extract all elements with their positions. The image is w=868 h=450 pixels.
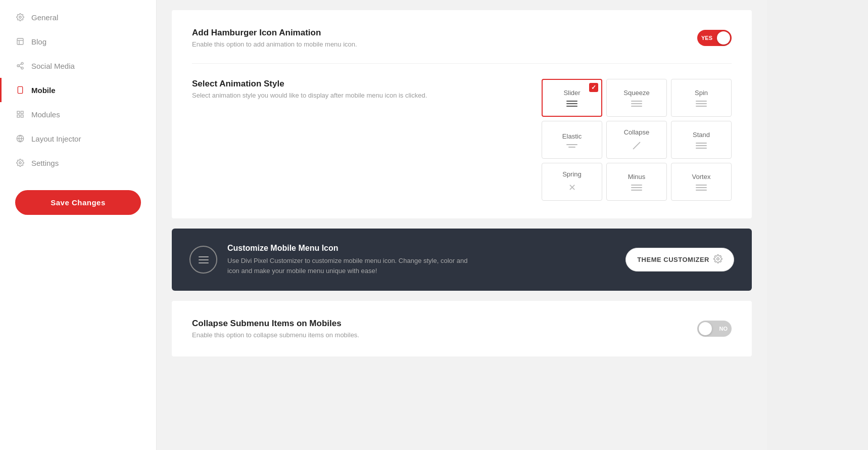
- collapse-toggle[interactable]: NO: [697, 321, 732, 337]
- sidebar-item-mobile[interactable]: Mobile: [0, 78, 156, 102]
- bar2: [566, 103, 577, 104]
- sidebar-item-blog[interactable]: Blog: [0, 29, 156, 54]
- svg-rect-14: [17, 115, 20, 117]
- toggle-yes-label: YES: [701, 35, 712, 41]
- collapse-section: Collapse Submenu Items on Mobiles Enable…: [172, 301, 752, 356]
- menu-circle-icon: [189, 246, 217, 274]
- menu-bar3: [199, 262, 209, 263]
- bar2: [631, 187, 642, 188]
- bar2: [631, 103, 642, 104]
- toggle-knob: [699, 322, 712, 335]
- anim-card-label: Collapse: [624, 128, 650, 136]
- sidebar-item-social-media[interactable]: Social Media: [0, 54, 156, 78]
- bar1: [696, 185, 707, 186]
- anim-card-vortex[interactable]: Vortex: [671, 163, 732, 201]
- layout-icon: [15, 133, 25, 144]
- sidebar: General Blog Social Media Mobile Modules…: [0, 0, 157, 450]
- toggle-no-label: NO: [719, 326, 728, 332]
- animation-title: Select Animation Style: [192, 79, 427, 89]
- spring-icon: ✕: [568, 182, 576, 193]
- blog-icon: [15, 36, 25, 47]
- social-icon: [15, 61, 25, 71]
- collapse-label: Collapse Submenu Items on Mobiles Enable…: [192, 319, 359, 339]
- vortex-icon: [696, 185, 707, 191]
- svg-rect-13: [21, 115, 23, 117]
- anim-card-slider[interactable]: Slider: [542, 79, 602, 117]
- bar2: [568, 147, 575, 148]
- bar3: [566, 106, 577, 107]
- anim-card-spin[interactable]: Spin: [671, 79, 732, 117]
- animation-grid: Slider Squeeze: [542, 79, 732, 201]
- bar2: [696, 103, 707, 104]
- bar3: [696, 190, 707, 191]
- anim-card-label: Elastic: [562, 132, 582, 140]
- svg-point-0: [19, 16, 21, 18]
- anim-card-label: Squeeze: [623, 89, 649, 97]
- sidebar-item-label: General: [31, 13, 58, 22]
- bar3: [696, 148, 707, 149]
- svg-rect-11: [17, 111, 20, 114]
- sidebar-item-modules[interactable]: Modules: [0, 102, 156, 126]
- collapse-icon: [631, 140, 642, 151]
- section-divider: [192, 63, 732, 64]
- anim-card-minus[interactable]: Minus: [606, 163, 667, 201]
- svg-point-17: [19, 162, 21, 164]
- hamburger-title: Add Hamburger Icon Animation: [192, 28, 357, 38]
- main-content: Add Hamburger Icon Animation Enable this…: [157, 0, 767, 450]
- hamburger-row: Add Hamburger Icon Animation Enable this…: [192, 28, 732, 48]
- collapse-row: Collapse Submenu Items on Mobiles Enable…: [192, 319, 732, 339]
- sidebar-item-label: Mobile: [31, 86, 56, 95]
- bar2: [696, 145, 707, 146]
- save-changes-button[interactable]: Save Changes: [15, 190, 141, 215]
- svg-rect-1: [17, 38, 23, 44]
- diagonal-icon: [631, 140, 642, 151]
- svg-point-18: [717, 258, 719, 260]
- bar1: [696, 101, 707, 102]
- gear-icon: [15, 12, 25, 22]
- bar3: [631, 190, 642, 191]
- collapse-description: Enable this option to collapse submenu i…: [192, 331, 359, 339]
- minus-icon: [631, 185, 642, 191]
- slider-icon: [566, 101, 577, 107]
- hamburger-section: Add Hamburger Icon Animation Enable this…: [172, 10, 752, 218]
- hamburger-toggle[interactable]: YES: [697, 30, 732, 46]
- sidebar-item-layout-injector[interactable]: Layout Injector: [0, 126, 156, 151]
- collapse-title: Collapse Submenu Items on Mobiles: [192, 319, 359, 329]
- banner-text: Customize Mobile Menu Icon Use Divi Pixe…: [227, 244, 470, 276]
- bar3: [696, 106, 707, 107]
- sidebar-item-label: Layout Injector: [31, 134, 81, 143]
- elastic-icon: [566, 144, 577, 148]
- anim-card-collapse[interactable]: Collapse: [606, 121, 667, 159]
- x-icon: ✕: [568, 182, 576, 193]
- sidebar-item-general[interactable]: General: [0, 5, 156, 29]
- anim-card-squeeze[interactable]: Squeeze: [606, 79, 667, 117]
- hamburger-description: Enable this option to add animation to m…: [192, 40, 357, 48]
- bar2: [696, 187, 707, 188]
- right-panel: [767, 0, 868, 450]
- anim-card-label: Minus: [628, 173, 646, 181]
- bar1: [631, 101, 642, 102]
- theme-customizer-button[interactable]: THEME CUSTOMIZER: [625, 248, 734, 272]
- svg-line-8: [19, 64, 22, 65]
- selected-check: [589, 83, 598, 92]
- anim-card-elastic[interactable]: Elastic: [542, 121, 602, 159]
- bar1: [566, 144, 577, 145]
- bar1: [696, 143, 707, 144]
- anim-card-label: Slider: [563, 89, 580, 97]
- menu-bar1: [199, 256, 209, 257]
- svg-rect-9: [18, 86, 22, 93]
- customize-banner: Customize Mobile Menu Icon Use Divi Pixe…: [172, 229, 752, 291]
- collapse-toggle-wrap: NO: [697, 321, 732, 337]
- spin-icon: [696, 101, 707, 107]
- anim-card-stand[interactable]: Stand: [671, 121, 732, 159]
- hamburger-toggle-wrap: YES: [697, 30, 732, 46]
- svg-line-7: [19, 66, 22, 68]
- sidebar-item-label: Settings: [31, 159, 59, 167]
- sidebar-item-settings[interactable]: Settings: [0, 151, 156, 175]
- sidebar-item-label: Blog: [31, 37, 46, 46]
- sidebar-item-label: Social Media: [31, 62, 75, 70]
- anim-card-spring[interactable]: Spring ✕: [542, 163, 602, 201]
- sidebar-item-label: Modules: [31, 110, 60, 119]
- modules-icon: [15, 109, 25, 119]
- settings-icon: [15, 158, 25, 168]
